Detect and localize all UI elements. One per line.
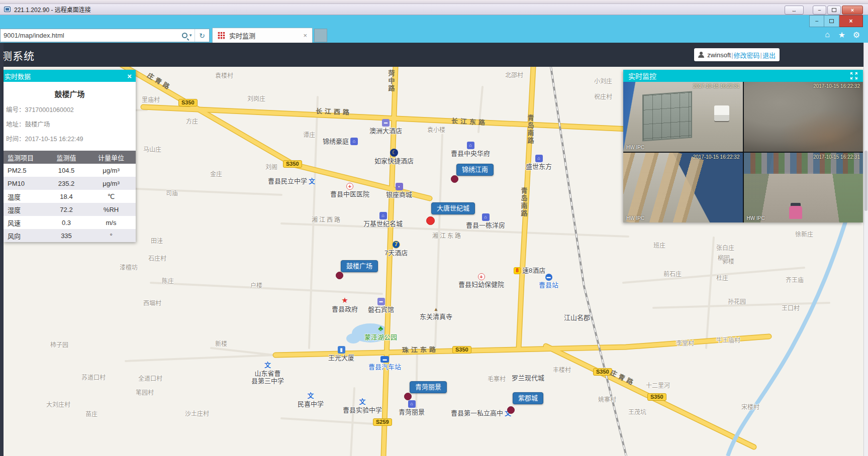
- poi-icon: ☾: [390, 149, 398, 157]
- map-label: 西堌村: [143, 300, 161, 307]
- poi-icon: 文: [359, 398, 366, 406]
- search-icon[interactable]: [182, 33, 187, 38]
- map-label: ▬ 磐石宾馆: [368, 298, 394, 314]
- monitor-table: 监测项目 监测值 计量单位 PM2.5 104.5 μg/m³ PM10 235…: [4, 151, 136, 242]
- map-label: 孙花园: [728, 298, 746, 305]
- browser-minimize-button[interactable]: −: [809, 15, 824, 27]
- table-row: 湿度 72.2 %RH: [4, 203, 136, 216]
- camera-feed[interactable]: 2017-10-15 16:22:32: [744, 82, 863, 152]
- station-info-line: 编号：37170001060002: [5, 102, 136, 117]
- map-label: 江山名郡: [564, 314, 590, 322]
- address-bar[interactable]: ▼ ↻: [0, 29, 210, 42]
- map-label: ⌂ 曹县中央华府: [451, 142, 490, 158]
- map-label: 王口村: [782, 305, 800, 312]
- poi-icon: ⌂: [350, 138, 358, 145]
- map-label: 丰楼村: [553, 367, 571, 374]
- map-label: 文 曹县第一私立高中: [451, 409, 511, 417]
- map-label: S259: [373, 418, 392, 426]
- poi-icon: ⌂: [408, 400, 416, 408]
- map-label: 户楼: [250, 282, 262, 289]
- map-label: 田洼: [151, 238, 163, 245]
- map-label: ★ 曹县政府: [332, 296, 358, 313]
- poi-icon: ▬: [382, 119, 390, 127]
- home-icon[interactable]: ⌂: [823, 30, 832, 40]
- map-label: 郭楼: [722, 258, 734, 265]
- poi-icon: ▲: [434, 306, 439, 312]
- map-label: ⌂ 万基世纪名城: [363, 212, 403, 228]
- rdp-title: 221.1.202.90 - 远程桌面连接: [14, 5, 91, 14]
- table-row: 温度 18.4 ℃: [4, 190, 136, 203]
- host-window-strip: [0, 0, 868, 4]
- map-label: 长江西路: [316, 107, 352, 117]
- camera-feed[interactable]: 2017-10-15 16:22:31 HW IPC: [744, 153, 863, 222]
- poi-icon: ★: [341, 296, 348, 305]
- camera-feed[interactable]: 2017-10-15 16:22:32 HW IPC: [623, 153, 743, 222]
- map-label: 刘阁: [265, 164, 277, 171]
- col-item: 监测项目: [4, 151, 46, 164]
- browser-maximize-button[interactable]: [824, 15, 839, 27]
- map-label: ☾ 如家快捷酒店: [374, 149, 414, 165]
- map-label: 新楼: [215, 340, 227, 348]
- camera-osd-label: HW IPC: [747, 215, 765, 221]
- maximize-icon: [829, 19, 834, 23]
- scrollbar[interactable]: [863, 43, 868, 456]
- expand-icon[interactable]: [850, 72, 858, 80]
- browser-close-button[interactable]: ×: [839, 15, 863, 27]
- address-input[interactable]: [1, 32, 181, 39]
- refresh-icon[interactable]: ↻: [195, 29, 209, 42]
- river: [728, 212, 848, 456]
- station-info-line: 时间：2017-10-15 16:22:49: [5, 131, 136, 146]
- poi-icon: ⌂: [379, 212, 387, 219]
- tab-close-icon[interactable]: ×: [303, 32, 307, 39]
- rdp-restore-button[interactable]: ↔: [785, 6, 804, 15]
- new-tab-button[interactable]: [314, 29, 327, 42]
- user-icon: [698, 52, 704, 58]
- scrollbar-thumb[interactable]: [864, 151, 867, 211]
- rdp-maximize-button[interactable]: [827, 6, 841, 15]
- realtime-video-panel: 实时监控 2017-10-15 16:22:31 HW IPC 2017-10-…: [623, 70, 863, 222]
- map-label: ⌂ 青菏丽景: [399, 400, 425, 416]
- address-dropdown-icon[interactable]: ▼: [188, 33, 192, 38]
- close-icon[interactable]: ×: [127, 72, 132, 80]
- window-left-edge: [0, 43, 4, 456]
- logout-link[interactable]: 退出: [762, 50, 776, 60]
- map-label: ▬ 曹县站: [539, 274, 558, 289]
- map-label: 姚寨村: [598, 396, 616, 403]
- map-label: [507, 406, 515, 414]
- poi-icon: ▮: [338, 346, 345, 354]
- map-label: 王茂坑: [628, 409, 646, 416]
- change-password-link[interactable]: 修改密码: [734, 50, 760, 60]
- settings-icon[interactable]: ⚙: [852, 30, 861, 40]
- poi-icon: ⌂: [535, 155, 543, 162]
- map-label: 菏中路: [387, 70, 395, 92]
- poi-icon: ⌂: [482, 213, 490, 221]
- camera-grid: 2017-10-15 16:22:31 HW IPC 2017-10-15 16…: [623, 82, 863, 222]
- rdp-close-button[interactable]: ×: [842, 6, 863, 15]
- browser-tab[interactable]: 实时监测 ×: [212, 28, 313, 43]
- map-label: 刘岗庄: [247, 95, 265, 102]
- col-value: 监测值: [46, 151, 86, 164]
- map-label: 袁小楼: [427, 127, 445, 134]
- map-label: 宋楼村: [741, 404, 759, 411]
- map-label: 文 曹县民立中学: [268, 177, 315, 185]
- map-label: 牛王庙村: [716, 337, 740, 344]
- camera-timestamp: 2017-10-15 16:22:32: [693, 154, 740, 160]
- rdp-minimize-button[interactable]: −: [813, 6, 826, 15]
- map-label: 紫郡城: [513, 392, 543, 404]
- app-header: 测系统 zwinsoft | 修改密码 | 退出: [0, 43, 868, 67]
- video-panel-title: 实时监控: [628, 71, 656, 81]
- favorites-icon[interactable]: ★: [837, 30, 846, 40]
- map-label: 大刘庄村: [46, 401, 70, 408]
- map-label: 全道口村: [138, 375, 162, 382]
- map-label: 班庄: [653, 242, 665, 249]
- col-unit: 计量单位: [86, 151, 136, 164]
- map-label: 里庙村: [142, 96, 160, 103]
- map-canvas[interactable]: 锦绣江南 大唐世纪城 鼓楼广场 青菏丽景 紫郡城: [0, 67, 868, 456]
- camera-feed[interactable]: 2017-10-15 16:22:31 HW IPC: [623, 82, 743, 152]
- browser-chrome: − × ▼ ↻ 实时监测 × ⌂ ★ ⚙: [0, 15, 868, 43]
- poi-icon: 文: [264, 361, 271, 369]
- data-panel-title: 实时数据: [5, 71, 31, 81]
- table-row: 风向 335 °: [4, 229, 136, 242]
- map-label: 北邵村: [505, 72, 523, 79]
- map-label: ▲ 东关清真寺: [420, 306, 452, 321]
